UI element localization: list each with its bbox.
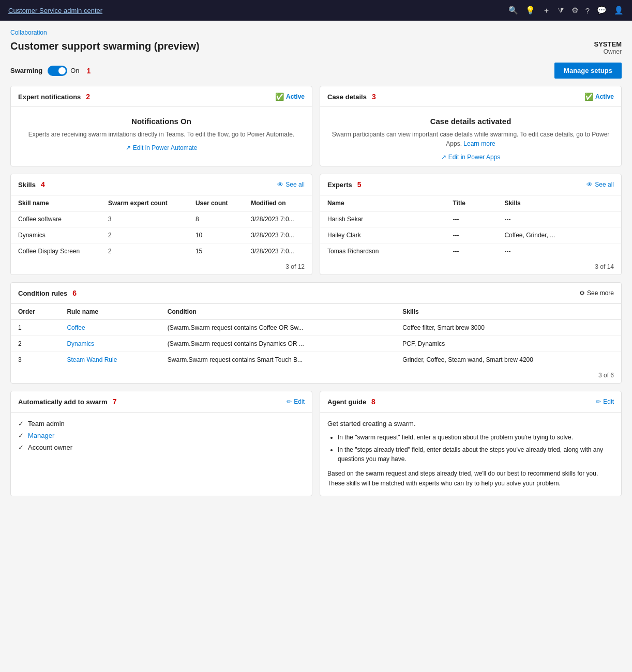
profile-icon[interactable]: 👤: [614, 6, 624, 15]
table-row: 1 Coffee (Swarm.Swarm request contains C…: [11, 320, 621, 336]
condition-rule-name[interactable]: Steam Wand Rule: [59, 352, 160, 368]
agent-bullet-list: In the "swarm request" field, enter a qu…: [327, 433, 614, 464]
gear-icon: ⚙: [579, 289, 585, 297]
settings-icon[interactable]: ⚙: [571, 6, 578, 15]
condition-rules-table: Order Rule name Condition Skills 1 Coffe…: [11, 304, 621, 368]
skill-name: Dynamics: [11, 227, 101, 243]
question-icon[interactable]: ?: [585, 6, 590, 15]
lightbulb-icon[interactable]: 💡: [525, 6, 535, 15]
experts-col-skills: Skills: [497, 195, 621, 211]
condition-order: 3: [11, 352, 59, 368]
expert-title: ---: [446, 211, 498, 227]
check-team-admin: ✓ Team admin: [18, 420, 305, 427]
notif-card-title: Notifications On: [21, 117, 302, 126]
swarming-left: Swarming On 1: [10, 66, 91, 76]
topbar: Customer Service admin center 🔍 💡 ＋ ⧩ ⚙ …: [0, 0, 632, 21]
skill-user-count: 15: [188, 243, 244, 259]
list-item: In the "swarm request" field, enter a qu…: [338, 433, 614, 442]
swarming-label: Swarming: [10, 67, 42, 74]
table-row: Harish Sekar --- ---: [320, 211, 621, 227]
condition-condition: (Swarm.Swarm request contains Dynamics O…: [160, 336, 396, 352]
auto-swarm-header: Automatically add to swarm 7 ✏ Edit: [11, 391, 312, 413]
step-5: 5: [357, 180, 362, 189]
skills-col-expert-count: Swarm expert count: [101, 195, 188, 211]
experts-col-name: Name: [320, 195, 446, 211]
step-4: 4: [41, 180, 45, 189]
auto-swarm-body: ✓ Team admin ✓ Manager ✓ Account owner: [11, 413, 312, 463]
col-rule-name: Rule name: [59, 304, 160, 320]
manage-setups-button[interactable]: Manage setups: [554, 63, 622, 79]
skills-see-all-link[interactable]: 👁 See all: [277, 181, 305, 188]
topbar-left: Customer Service admin center: [8, 7, 102, 14]
skill-expert-count: 2: [101, 243, 188, 259]
toggle-knob: [58, 67, 66, 74]
agent-guide-body: Get started creating a swarm. In the "sw…: [320, 413, 621, 496]
experts-table: Name Title Skills Harish Sekar --- --- H…: [320, 195, 621, 259]
expert-name: Harish Sekar: [320, 211, 446, 227]
skills-header: Skills 4 👁 See all: [11, 174, 312, 195]
experts-see-all-link[interactable]: 👁 See all: [586, 181, 614, 188]
table-row: 2 Dynamics (Swarm.Swarm request contains…: [11, 336, 621, 352]
case-details-active-badge: ✅ Active: [584, 93, 614, 101]
case-details-header: Case details 3 ✅ Active: [320, 86, 621, 106]
condition-rules-header: Condition rules 6 ⚙ See more: [11, 283, 621, 304]
condition-rules-title: Condition rules 6: [18, 289, 77, 297]
condition-skills: PCF, Dynamics: [395, 336, 621, 352]
condition-condition: Swarm.Swarm request contains Smart Touch…: [160, 352, 396, 368]
expert-notifications-card: Expert notifications 2 ✅ Active Notifica…: [10, 86, 312, 166]
col-skills: Skills: [395, 304, 621, 320]
condition-rule-name[interactable]: Coffee: [59, 320, 160, 336]
agent-footer: Based on the swarm request and steps alr…: [327, 469, 614, 488]
top-two-col: Expert notifications 2 ✅ Active Notifica…: [10, 86, 622, 166]
check-icon-1: ✓: [18, 420, 24, 427]
skill-expert-count: 2: [101, 227, 188, 243]
page-title: Customer support swarming (preview): [10, 40, 200, 52]
check-icon-3: ✓: [18, 444, 24, 451]
app-title[interactable]: Customer Service admin center: [8, 7, 102, 14]
expert-notifications-header: Expert notifications 2 ✅ Active: [11, 86, 312, 106]
chat-icon[interactable]: 💬: [597, 6, 607, 15]
notif-card-desc: Experts are receiving swarm invitations …: [21, 130, 302, 139]
learn-more-link[interactable]: Learn more: [463, 140, 495, 147]
external-link-icon-2: ↗: [441, 154, 446, 161]
page-header: Customer support swarming (preview) SYST…: [10, 40, 622, 55]
edit-power-automate-link[interactable]: ↗ Edit in Power Automate: [21, 144, 302, 151]
edit-power-apps-link[interactable]: ↗ Edit in Power Apps: [330, 154, 611, 161]
skills-col-name: Skill name: [11, 195, 101, 211]
condition-rule-name[interactable]: Dynamics: [59, 336, 160, 352]
skill-expert-count: 3: [101, 211, 188, 227]
auto-swarm-edit-link[interactable]: ✏ Edit: [287, 398, 305, 405]
case-card-desc: Swarm participants can view important ca…: [330, 130, 611, 148]
toggle-wrapper: On: [48, 66, 79, 76]
agent-guide-header: Agent guide 8 ✏ Edit: [320, 391, 621, 413]
skill-modified: 3/28/2023 7:0...: [244, 211, 312, 227]
auto-swarm-card: Automatically add to swarm 7 ✏ Edit ✓ Te…: [10, 391, 312, 496]
condition-rules-see-more[interactable]: ⚙ See more: [579, 289, 614, 297]
page-container: Collaboration Customer support swarming …: [0, 21, 632, 672]
auto-swarm-title: Automatically add to swarm 7: [18, 398, 116, 406]
breadcrumb[interactable]: Collaboration: [10, 29, 622, 36]
step-1: 1: [86, 67, 91, 75]
list-item: In the "steps already tried" field, ente…: [338, 445, 614, 464]
step-2: 2: [86, 93, 90, 101]
plus-icon[interactable]: ＋: [543, 6, 550, 16]
search-icon[interactable]: 🔍: [508, 6, 518, 15]
manager-link[interactable]: Manager: [28, 432, 54, 439]
experts-header-row: Name Title Skills: [320, 195, 621, 211]
skills-table: Skill name Swarm expert count User count…: [11, 195, 312, 259]
condition-order: 2: [11, 336, 59, 352]
condition-order: 1: [11, 320, 59, 336]
skill-user-count: 8: [188, 211, 244, 227]
expert-skills: ---: [497, 211, 621, 227]
skill-user-count: 10: [188, 227, 244, 243]
expert-skills: Coffee, Grinder, ...: [497, 227, 621, 243]
case-details-title: Case details 3: [327, 93, 376, 101]
swarming-toggle[interactable]: [48, 66, 67, 76]
condition-skills: Coffee filter, Smart brew 3000: [395, 320, 621, 336]
skills-pagination: 3 of 12: [11, 259, 312, 274]
eye-icon-2: 👁: [586, 181, 593, 188]
case-details-body: Case details activated Swarm participant…: [320, 106, 621, 166]
agent-guide-edit-link[interactable]: ✏ Edit: [596, 398, 614, 405]
table-row: Coffee Display Screen 2 15 3/28/2023 7:0…: [11, 243, 312, 259]
filter-icon[interactable]: ⧩: [558, 6, 564, 15]
